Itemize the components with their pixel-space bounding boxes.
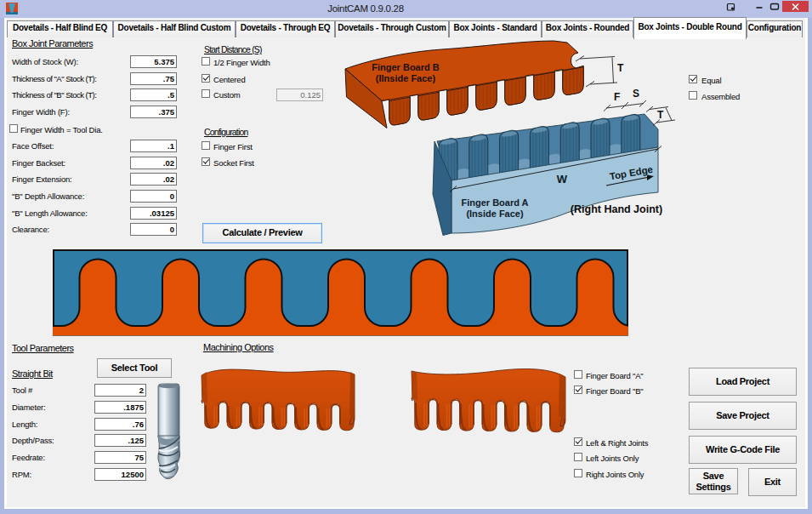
svg-text:F: F [614,91,620,103]
svg-text:T: T [657,109,664,121]
svg-text:(Inside Face): (Inside Face) [466,208,524,219]
svg-text:W: W [557,173,568,186]
svg-text:T: T [617,62,624,74]
svg-text:Finger Board B: Finger Board B [372,62,440,72]
svg-text:(IInside Face): (IInside Face) [376,73,436,83]
svg-text:S: S [633,88,639,100]
svg-text:Finger Board A: Finger Board A [461,197,528,208]
